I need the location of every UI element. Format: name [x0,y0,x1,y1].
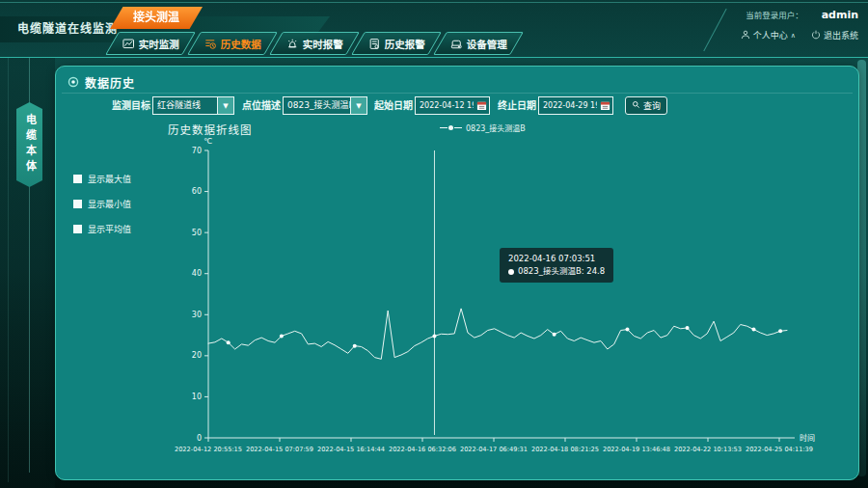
x-tick-label: 2022-04-22 10:13:53 [674,446,742,453]
user-panel-edge [703,9,726,52]
person-icon [741,30,750,41]
alarm-bell-icon [286,38,299,50]
x-tick-label: 2022-04-15 07:07:59 [246,446,313,453]
nav-tab-realtime-alarm[interactable]: 实时报警 [269,32,360,55]
nav-tab-label: 历史数据 [221,37,261,51]
data-point-marker [353,344,357,348]
sidebar-item-cable-body[interactable]: 电缆本体 [16,102,42,187]
data-point-marker [778,329,782,333]
y-tick-label: 20 [192,351,202,360]
header-top-line [0,2,868,3]
username: admin [822,9,858,21]
logout-link[interactable]: 退出系统 [811,29,858,41]
y-tick-label: 0 [197,434,202,443]
nav-tab-device-manage[interactable]: 设备管理 [433,32,524,55]
y-axis-unit: ℃ [203,137,212,146]
x-axis-label: 时间 [800,433,815,443]
data-point-marker [432,334,436,338]
x-tick-label: 2022-04-19 13:46:48 [603,446,670,453]
chart-tooltip: 2022-04-16 07:03:51 0823_接头测温B: 24.8 [500,248,613,283]
login-user-label: 当前登录用户： [746,11,803,20]
nav-tab-label: 历史报警 [385,37,425,51]
series-dot-icon [508,269,514,275]
data-point-marker [625,328,629,332]
data-point-marker [280,334,284,338]
app-title: 电缆隧道在线监测 [17,16,118,42]
nav-tab-label: 实时监测 [139,37,179,51]
power-icon [811,30,821,41]
nav-tab-history-data[interactable]: 历史数据 [187,32,278,55]
device-icon [450,38,463,50]
line-chart-icon [122,38,135,50]
data-point-marker [752,328,756,332]
chevron-up-icon: ∧ [791,32,796,40]
data-point-marker [686,326,690,330]
y-tick-label: 70 [192,147,202,155]
y-tick-label: 60 [192,187,202,196]
nav-tab-realtime-monitor[interactable]: 实时监测 [105,32,196,55]
data-point-marker [227,340,231,344]
top-header: 电缆隧道在线监测 接头测温 实时监测历史数据实时报警历史报警设备管理 当前登录用… [0,0,868,58]
x-tick-label: 2022-04-16 06:32:06 [389,446,456,453]
history-chart[interactable]: 010203040506070℃2022-04-12 20:55:152022-… [56,67,860,481]
x-tick-label: 2022-04-18 08:21:25 [531,446,599,453]
x-tick-label: 2022-04-15 16:14:44 [317,446,385,453]
left-decor-line [8,58,9,482]
y-tick-label: 30 [192,311,202,319]
history-data-panel: 数据历史 监测目标 红谷隧道线 ▼ 点位描述 0823_接头测温B ▼ 起始日期… [55,66,859,480]
tooltip-time: 2022-04-16 07:03:51 [508,253,605,265]
x-tick-label: 2022-04-17 06:49:31 [460,446,528,453]
data-point-marker [553,333,556,337]
profile-link[interactable]: 个人中心 ∧ [741,29,796,41]
alarm-document-icon [368,38,381,50]
y-tick-label: 50 [192,229,202,237]
tooltip-series-line: 0823_接头测温B: 24.8 [508,265,605,278]
history-list-clock-icon [204,38,217,50]
y-tick-label: 10 [192,393,202,401]
series-line [208,309,787,359]
nav-tabs: 实时监测历史数据实时报警历史报警设备管理 [112,32,522,55]
module-tab-joint-temperature[interactable]: 接头测温 [110,7,203,29]
y-tick-label: 40 [192,269,202,278]
nav-tab-label: 设备管理 [467,37,507,51]
x-tick-label: 2022-04-12 20:55:15 [175,446,242,453]
x-tick-label: 2022-04-25 04:11:39 [746,446,813,453]
nav-tab-label: 实时报警 [303,37,343,51]
user-block: 当前登录用户： admin 个人中心 ∧ 退出系统 [741,9,858,41]
nav-tab-history-alarm[interactable]: 历史报警 [351,32,442,55]
